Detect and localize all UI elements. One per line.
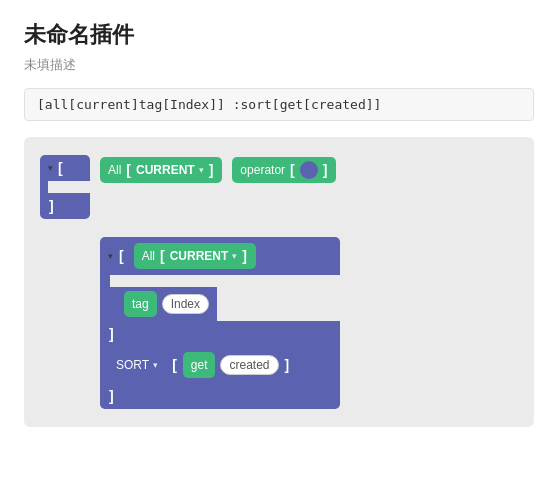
final-close-bracket: ] (109, 388, 114, 404)
operator-label: operator (240, 163, 285, 177)
blocks-area: ▾ [ ] All [ CURRENT ▾ ] operator [ (24, 137, 534, 427)
sort-block[interactable]: SORT ▾ (108, 354, 166, 376)
left-puzzle-block[interactable]: ▾ [ ] (40, 155, 90, 219)
index-block[interactable]: Index (162, 294, 209, 314)
current-dropdown[interactable]: ▾ (199, 165, 204, 175)
tag-block[interactable]: tag (124, 291, 157, 317)
tag-label: tag (132, 297, 149, 311)
index-label: Index (171, 297, 200, 311)
close-bracket: ] (109, 326, 114, 342)
page-title: 未命名插件 (24, 20, 534, 50)
nested-all-current-block[interactable]: All [ CURRENT ▾ ] (134, 243, 256, 269)
nested-bracket-open: [ (119, 248, 124, 264)
created-label: created (229, 358, 269, 372)
all-label: All (108, 163, 121, 177)
top-block-row: ▾ [ ] All [ CURRENT ▾ ] operator [ (40, 155, 518, 219)
sort-bracket-close: ] (285, 357, 290, 373)
nested-all-label: All (142, 249, 155, 263)
current-value: CURRENT (136, 163, 195, 177)
get-label: get (191, 358, 208, 372)
sort-bracket-open: [ (172, 357, 177, 373)
sort-dropdown-arrow[interactable]: ▾ (153, 360, 158, 370)
nested-dropdown-arrow[interactable]: ▾ (108, 251, 113, 261)
bracket-open: [ (160, 248, 165, 264)
bracket-close: ] (49, 198, 54, 214)
page-description: 未填描述 (24, 56, 534, 74)
bracket-open: [ (58, 160, 63, 176)
code-line: [all[current]tag[Index]] :sort[get[creat… (24, 88, 534, 121)
nested-blocks: ▾ [ All [ CURRENT ▾ ] ta (100, 237, 518, 409)
bracket-open: [ (126, 162, 131, 178)
get-block[interactable]: get (183, 352, 216, 378)
operator-block[interactable]: operator [ ] (232, 157, 336, 183)
operator-value-slot (300, 161, 318, 179)
created-block[interactable]: created (220, 355, 278, 375)
bracket-close: ] (209, 162, 214, 178)
sort-label: SORT (116, 358, 149, 372)
nested-current-dropdown[interactable]: ▾ (232, 251, 237, 261)
all-current-block[interactable]: All [ CURRENT ▾ ] (100, 157, 222, 183)
bracket-close: ] (242, 248, 247, 264)
nested-current-value: CURRENT (170, 249, 229, 263)
dropdown-arrow-icon: ▾ (48, 163, 53, 173)
bracket-close: ] (323, 162, 328, 178)
bracket-open: [ (290, 162, 295, 178)
nested-outer-puzzle[interactable]: ▾ [ All [ CURRENT ▾ ] ta (100, 237, 518, 409)
